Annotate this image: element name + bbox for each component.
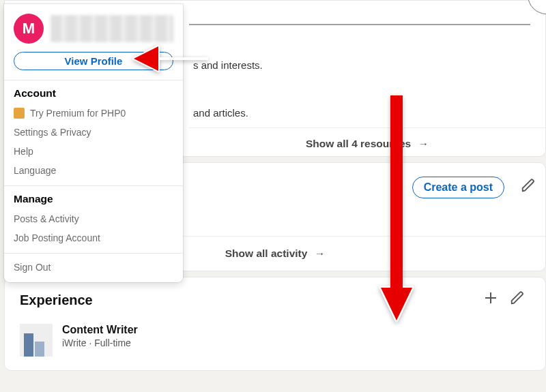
account-section: Account Try Premium for PHP0 Settings & … (4, 80, 183, 185)
try-premium-item[interactable]: Try Premium for PHP0 (14, 104, 173, 123)
divider (189, 24, 530, 25)
edit-icon[interactable] (521, 178, 536, 197)
posts-activity-item[interactable]: Posts & Activity (14, 209, 173, 228)
manage-section: Manage Posts & Activity Job Posting Acco… (4, 185, 183, 253)
manage-heading: Manage (14, 193, 173, 205)
experience-title: Content Writer (62, 324, 138, 336)
premium-icon (14, 108, 25, 119)
annotation-arrow-down-icon (373, 93, 420, 325)
articles-fragment: and articles. (193, 107, 248, 119)
try-premium-label: Try Premium for PHP0 (30, 108, 126, 119)
arrow-right-icon: → (315, 247, 326, 260)
avatar: M (14, 14, 44, 44)
avatar-initial: M (23, 20, 35, 37)
experience-card: Experience Content Writer iWrite · Full-… (4, 277, 546, 371)
show-activity-label: Show all activity (225, 247, 308, 259)
experience-item[interactable]: Content Writer iWrite · Full-time (20, 324, 530, 357)
company-logo-icon (20, 324, 53, 357)
plus-icon[interactable] (477, 290, 504, 310)
language-item[interactable]: Language (14, 161, 173, 180)
sign-out-item[interactable]: Sign Out (4, 253, 183, 282)
job-posting-item[interactable]: Job Posting Account (14, 228, 173, 247)
experience-subtitle: iWrite · Full-time (62, 337, 138, 348)
corner-circle (528, 0, 546, 14)
show-all-resources[interactable]: Show all 4 resources → (189, 127, 545, 160)
edit-icon[interactable] (504, 290, 530, 310)
settings-privacy-item[interactable]: Settings & Privacy (14, 123, 173, 142)
help-item[interactable]: Help (14, 142, 173, 161)
annotation-arrow-left-icon (130, 38, 212, 79)
account-heading: Account (14, 87, 173, 100)
experience-text: Content Writer iWrite · Full-time (62, 324, 138, 357)
create-post-button[interactable]: Create a post (412, 177, 504, 198)
experience-header: Experience (20, 290, 530, 310)
